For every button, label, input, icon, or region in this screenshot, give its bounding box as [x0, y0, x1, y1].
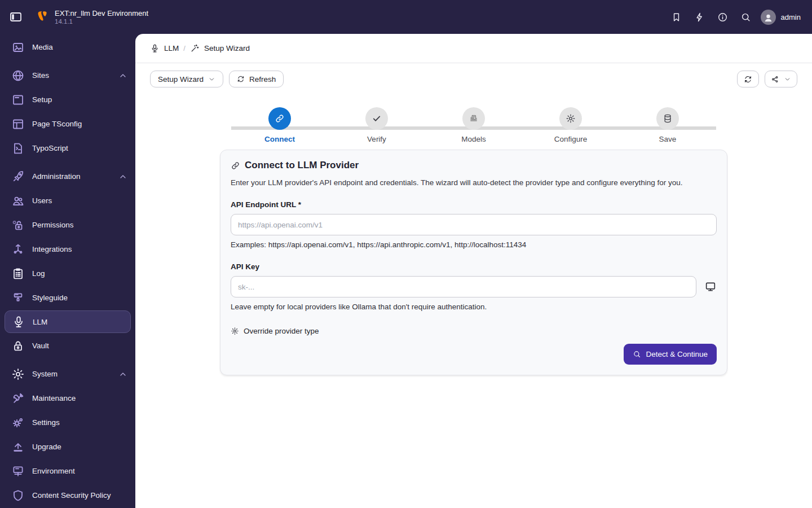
typoscript-icon — [11, 142, 25, 155]
info-button[interactable] — [711, 6, 734, 28]
sidebar-item-label: Styleguide — [32, 294, 68, 302]
endpoint-help: Examples: https://api.openai.com/v1, htt… — [231, 240, 717, 249]
sidebar-item-label: Users — [32, 196, 52, 205]
content-wrap: LLM/Setup Wizard Setup Wizard Refresh Co… — [135, 34, 812, 508]
topbar-left: EXT:nr_llm Dev Environment 14.1.1 — [0, 9, 148, 25]
sidebar-toggle-icon[interactable] — [9, 10, 23, 24]
chevron-up-icon[interactable] — [118, 172, 127, 181]
chevron-up-icon[interactable] — [118, 71, 127, 80]
sidebar-item-label: Integrations — [32, 245, 72, 253]
step-label: Connect — [264, 135, 295, 143]
database-icon — [663, 113, 673, 124]
wizard-step-verify[interactable]: Verify — [328, 107, 425, 143]
breadcrumb-item-llm[interactable]: LLM — [150, 43, 179, 53]
mic-icon — [150, 43, 160, 53]
models-icon — [469, 113, 479, 124]
search-button[interactable] — [734, 6, 757, 28]
module-body: ConnectVerifyModelsConfigureSave Connect… — [135, 95, 812, 375]
search-icon — [740, 12, 751, 23]
site-version: 14.1.1 — [55, 17, 148, 25]
sidebar-item-label: Setup — [32, 95, 52, 104]
step-circle — [462, 107, 485, 130]
refresh-button[interactable]: Refresh — [229, 71, 284, 87]
sidebar-item-integrations[interactable]: Integrations — [0, 237, 135, 261]
typo3-logo-icon[interactable] — [35, 10, 50, 24]
topbar: EXT:nr_llm Dev Environment 14.1.1 admin — [0, 0, 812, 34]
sidebar-item-llm[interactable]: LLM — [5, 310, 131, 333]
topbar-right: admin — [665, 6, 812, 28]
pagets-icon — [11, 117, 25, 131]
sidebar-item-permissions[interactable]: Permissions — [0, 213, 135, 237]
zap-icon — [694, 12, 705, 23]
module-content: LLM/Setup Wizard Setup Wizard Refresh Co… — [135, 34, 812, 508]
sidebar-item-log[interactable]: Log — [0, 261, 135, 286]
sidebar-item-label: Content Security Policy — [32, 491, 111, 500]
sidebar-item-system[interactable]: System — [0, 362, 135, 386]
sidebar-item-page-tsconfig[interactable]: Page TSconfig — [0, 112, 135, 136]
permissions-icon — [11, 218, 25, 232]
breadcrumb-label: Setup Wizard — [204, 44, 250, 52]
site-title-block: EXT:nr_llm Dev Environment 14.1.1 — [55, 9, 148, 25]
sidebar-item-typoscript[interactable]: TypoScript — [0, 136, 135, 160]
share-dropdown-button[interactable] — [765, 71, 797, 87]
settings-icon — [11, 416, 25, 430]
toolbar-right — [737, 71, 797, 87]
sidebar-item-setup[interactable]: Setup — [0, 87, 135, 112]
card-title-row: Connect to LLM Provider — [231, 160, 717, 171]
wizard-step-models[interactable]: Models — [425, 107, 522, 143]
reload-button[interactable] — [737, 71, 759, 87]
override-provider-toggle[interactable]: Override provider type — [231, 327, 717, 335]
users-icon — [11, 194, 25, 208]
upgrade-icon — [11, 440, 25, 454]
gear-icon — [231, 327, 239, 335]
wizard-steps: ConnectVerifyModelsConfigureSave — [231, 107, 716, 143]
sidebar-item-users[interactable]: Users — [0, 189, 135, 213]
refresh-label: Refresh — [249, 75, 276, 84]
sidebar-item-environment[interactable]: Environment — [0, 459, 135, 483]
chevron-down-icon — [208, 76, 215, 83]
sidebar-item-administration[interactable]: Administration — [0, 164, 135, 189]
step-circle — [656, 107, 679, 130]
wizard-step-configure[interactable]: Configure — [522, 107, 619, 143]
step-label: Save — [659, 135, 677, 143]
user-menu[interactable]: admin — [761, 10, 801, 25]
sidebar-item-maintenance[interactable]: Maintenance — [0, 386, 135, 410]
chevron-up-icon[interactable] — [118, 370, 127, 379]
sidebar-item-vault[interactable]: Vault — [0, 334, 135, 358]
module-select-dropdown[interactable]: Setup Wizard — [150, 71, 223, 87]
sidebar-item-media[interactable]: Media — [0, 35, 135, 59]
styleguide-icon — [11, 291, 25, 305]
vault-icon — [11, 339, 25, 353]
endpoint-input[interactable] — [231, 214, 717, 235]
wizard-step-connect[interactable]: Connect — [231, 107, 328, 143]
sidebar-item-label: Maintenance — [32, 394, 76, 402]
username: admin — [781, 13, 801, 21]
step-label: Models — [461, 135, 486, 143]
link-icon — [231, 161, 240, 170]
module-sidebar: MediaSitesSetupPage TSconfigTypoScriptAd… — [0, 34, 135, 508]
gear-icon — [11, 367, 25, 381]
sidebar-item-label: TypoScript — [32, 144, 68, 152]
check-icon — [372, 113, 382, 124]
card-title: Connect to LLM Provider — [245, 160, 359, 171]
api-key-input[interactable] — [231, 276, 696, 297]
reveal-key-icon[interactable] — [704, 281, 717, 293]
breadcrumb-item-setup-wizard[interactable]: Setup Wizard — [190, 43, 250, 53]
docheader-toolbar: Setup Wizard Refresh — [135, 63, 812, 95]
sidebar-item-settings[interactable]: Settings — [0, 410, 135, 435]
sidebar-item-upgrade[interactable]: Upgrade — [0, 435, 135, 459]
zap-button[interactable] — [688, 6, 711, 28]
sidebar-item-sites[interactable]: Sites — [0, 63, 135, 87]
sidebar-item-content-security-policy[interactable]: Content Security Policy — [0, 483, 135, 507]
sidebar-item-styleguide[interactable]: Styleguide — [0, 286, 135, 310]
bookmark-button[interactable] — [665, 6, 688, 28]
wizard-step-save[interactable]: Save — [619, 107, 716, 143]
detect-continue-button[interactable]: Detect & Continue — [624, 344, 717, 365]
bookmark-icon — [671, 12, 682, 23]
step-label: Configure — [554, 135, 588, 143]
sidebar-item-label: Page TSconfig — [32, 120, 82, 128]
reload-icon — [744, 75, 752, 84]
wand-icon — [190, 43, 200, 53]
step-circle — [365, 107, 388, 130]
api-key-help: Leave empty for local providers like Oll… — [231, 303, 717, 311]
